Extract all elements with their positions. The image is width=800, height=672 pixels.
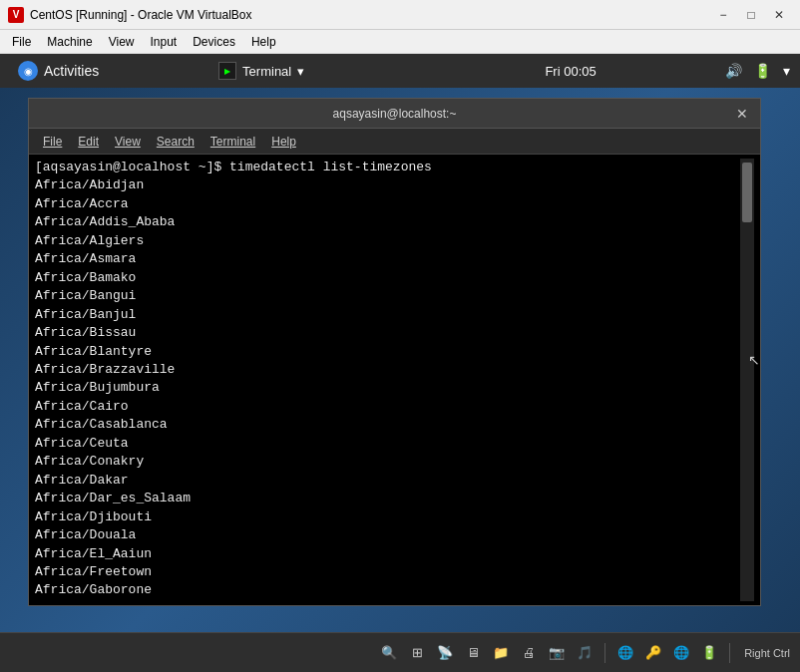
vbox-title: CentOS [Running] - Oracle VM VirtualBox <box>30 8 710 22</box>
gnome-desktop: aqsayasin@localhost:~ ✕ File Edit View S… <box>0 88 800 632</box>
terminal-taskbar-label: Terminal <box>242 64 291 79</box>
vbox-menubar: File Machine View Input Devices Help <box>0 30 800 54</box>
gnome-center-area: ▶ Terminal ▾ <box>107 62 416 80</box>
battery-icon[interactable]: 🔋 <box>754 63 771 79</box>
timezone-entry: Africa/Casablanca <box>35 416 738 434</box>
timezone-entry: Africa/Algiers <box>35 232 738 250</box>
gnome-logo-icon: ◉ <box>18 61 38 81</box>
taskbar-battery-icon[interactable]: 🔋 <box>697 641 721 665</box>
terminal-menu-help[interactable]: Help <box>263 133 304 151</box>
system-menu-icon[interactable]: ▾ <box>783 63 790 79</box>
vbox-menu-help[interactable]: Help <box>243 33 284 51</box>
terminal-scrollbar[interactable] <box>740 159 754 601</box>
timezone-entry: Africa/Bissau <box>35 324 738 342</box>
taskbar-grid-icon[interactable]: ⊞ <box>405 641 429 665</box>
volume-icon[interactable]: 🔊 <box>725 63 742 79</box>
timezone-entry: Africa/Abidjan <box>35 176 738 194</box>
timezone-entry: Africa/Djibouti <box>35 508 738 526</box>
gnome-system-tray: 🔊 🔋 ▾ <box>725 63 790 79</box>
timezone-entry: Africa/Addis_Ababa <box>35 213 738 231</box>
taskbar-separator2 <box>729 643 730 663</box>
timezone-entry: Africa/Asmara <box>35 250 738 268</box>
taskbar-icons: 🔍 ⊞ 📡 🖥 📁 🖨 📷 🎵 🌐 🔑 🌐 🔋 Right Ctrl <box>377 641 790 665</box>
gnome-topbar: ◉ Activities ▶ Terminal ▾ Fri 00:05 🔊 🔋 … <box>0 54 800 88</box>
timezone-entry: Africa/Bujumbura <box>35 379 738 397</box>
timezone-entry: Africa/Bangui <box>35 287 738 305</box>
taskbar-camera-icon[interactable]: 📷 <box>545 641 569 665</box>
terminal-dropdown-arrow: ▾ <box>297 64 304 79</box>
timezone-entry: Africa/Dakar <box>35 472 738 490</box>
terminal-menu-edit[interactable]: Edit <box>70 133 107 151</box>
terminal-taskbar-icon: ▶ <box>218 62 236 80</box>
terminal-window: aqsayasin@localhost:~ ✕ File Edit View S… <box>28 98 761 606</box>
vbox-menu-devices[interactable]: Devices <box>185 33 243 51</box>
timezone-entry: Africa/Dar_es_Salaam <box>35 490 738 507</box>
timezone-entry: Africa/Cairo <box>35 398 738 416</box>
timezone-entry: Africa/Gaborone <box>35 581 738 599</box>
timezone-entry: Africa/El_Aaiun <box>35 545 738 563</box>
vbox-icon: V <box>8 7 24 23</box>
close-button[interactable]: ✕ <box>766 5 792 25</box>
activities-label: Activities <box>44 63 99 79</box>
vbox-menu-input[interactable]: Input <box>143 33 186 51</box>
vbox-titlebar: V CentOS [Running] - Oracle VM VirtualBo… <box>0 0 800 30</box>
timezone-entry: Africa/Accra <box>35 195 738 213</box>
timezone-entry: Africa/Blantyre <box>35 343 738 361</box>
terminal-body[interactable]: [aqsayasin@localhost ~]$ timedatectl lis… <box>29 155 760 605</box>
vbox-menu-machine[interactable]: Machine <box>39 33 100 51</box>
taskbar-audio-icon[interactable]: 🎵 <box>573 641 597 665</box>
terminal-taskbar-item[interactable]: ▶ Terminal ▾ <box>218 62 304 80</box>
vbox-menu-file[interactable]: File <box>4 33 39 51</box>
terminal-menu-search[interactable]: Search <box>149 133 202 151</box>
timezone-entry: Africa/Ceuta <box>35 435 738 453</box>
timezone-entry: Africa/Brazzaville <box>35 361 738 379</box>
timezone-entry: Africa/Conakry <box>35 453 738 471</box>
terminal-title: aqsayasin@localhost:~ <box>333 107 457 121</box>
maximize-button[interactable]: □ <box>738 5 764 25</box>
scrollbar-thumb[interactable] <box>742 163 752 222</box>
vbox-menu-view[interactable]: View <box>101 33 143 51</box>
scrollbar-track <box>740 159 754 601</box>
taskbar-display-icon[interactable]: 🖥 <box>461 641 485 665</box>
terminal-close-button[interactable]: ✕ <box>732 104 752 124</box>
taskbar-key-icon[interactable]: 🔑 <box>641 641 665 665</box>
window-controls: − □ ✕ <box>710 5 792 25</box>
terminal-menu-view[interactable]: View <box>107 133 149 151</box>
taskbar-folder-icon[interactable]: 📁 <box>489 641 513 665</box>
terminal-command-line: [aqsayasin@localhost ~]$ timedatectl lis… <box>35 159 738 176</box>
terminal-menubar: File Edit View Search Terminal Help <box>29 129 760 155</box>
terminal-menu-terminal[interactable]: Terminal <box>202 133 263 151</box>
terminal-output: [aqsayasin@localhost ~]$ timedatectl lis… <box>35 159 738 601</box>
gnome-activities-button[interactable]: ◉ Activities <box>10 57 107 85</box>
terminal-titlebar: aqsayasin@localhost:~ ✕ <box>29 99 760 129</box>
taskbar-network-icon[interactable]: 📡 <box>433 641 457 665</box>
gnome-clock: Fri 00:05 <box>545 64 596 79</box>
minimize-button[interactable]: − <box>710 5 736 25</box>
taskbar-search-icon[interactable]: 🔍 <box>377 641 401 665</box>
timezone-entry: Africa/Banjul <box>35 306 738 324</box>
right-ctrl-label: Right Ctrl <box>744 647 790 659</box>
timezone-entry: Africa/Bamako <box>35 269 738 287</box>
timezone-entry: Africa/Freetown <box>35 563 738 581</box>
timezone-entry: Africa/Douala <box>35 526 738 544</box>
taskbar-print-icon[interactable]: 🖨 <box>517 641 541 665</box>
taskbar-separator <box>604 643 605 663</box>
taskbar: 🔍 ⊞ 📡 🖥 📁 🖨 📷 🎵 🌐 🔑 🌐 🔋 Right Ctrl <box>0 632 800 672</box>
terminal-menu-file[interactable]: File <box>35 133 70 151</box>
taskbar-web-icon[interactable]: 🌐 <box>669 641 693 665</box>
taskbar-network2-icon[interactable]: 🌐 <box>613 641 637 665</box>
